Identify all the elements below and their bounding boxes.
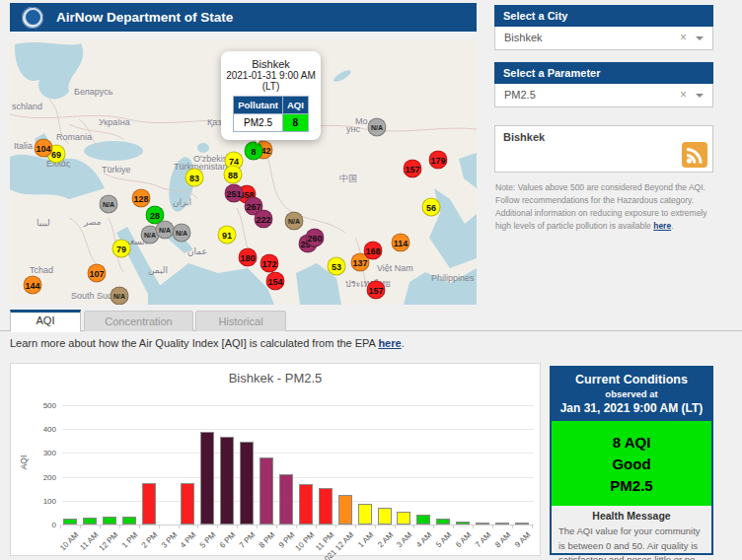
chart-bar[interactable]	[476, 523, 489, 525]
map-marker[interactable]: 180	[239, 248, 258, 267]
map-marker[interactable]: 79	[112, 240, 131, 258]
popup-table: Pollutant AQI PM2.5 8	[233, 96, 309, 132]
learn-more-here-link[interactable]: here	[378, 337, 401, 349]
map-marker[interactable]: N/A	[156, 221, 175, 240]
chart-x-tickmark	[395, 525, 396, 528]
parameter-clear-icon[interactable]: ×	[680, 84, 687, 106]
map-label: Việt Nam	[377, 263, 413, 273]
chart-bar[interactable]	[338, 495, 352, 525]
chart-x-tickmark	[197, 525, 198, 528]
chart-bar[interactable]	[142, 483, 156, 525]
map-marker[interactable]: N/A	[173, 224, 191, 243]
health-message-title: Health Message	[558, 510, 705, 522]
map-marker[interactable]: 172	[260, 254, 279, 273]
map-marker[interactable]: 104	[35, 139, 53, 158]
map-marker[interactable]: 114	[392, 234, 410, 252]
chart-bar[interactable]	[260, 457, 273, 525]
chart-x-tickmark	[100, 525, 101, 528]
map-marker[interactable]: 168	[364, 242, 383, 260]
chart-bar[interactable]	[515, 523, 529, 525]
chart-x-tickmark	[119, 525, 120, 528]
chart-bar[interactable]	[240, 442, 254, 525]
map-marker[interactable]: 83	[186, 169, 204, 187]
rss-icon[interactable]	[682, 142, 707, 168]
map-label: унс	[346, 124, 360, 134]
city-clear-icon[interactable]: ×	[680, 27, 687, 49]
chart-bar[interactable]	[436, 519, 450, 525]
map-marker[interactable]: N/A	[285, 212, 304, 231]
chart-bar[interactable]	[416, 515, 430, 525]
chart-bar[interactable]	[495, 523, 509, 525]
chart-x-tickmark	[60, 525, 61, 528]
map-marker[interactable]: 8	[245, 142, 263, 161]
parameter-dropdown-caret-icon[interactable]	[696, 94, 704, 98]
beyond-aqi-note: Note: Values above 500 are considered Be…	[495, 181, 713, 233]
select-city-box: Select a City Bishkek ×	[494, 5, 713, 50]
map-marker[interactable]: N/A	[111, 287, 129, 306]
map-marker[interactable]: 157	[367, 281, 386, 300]
aqi-map[interactable]: БеларусьschlandУкраїнаRomaniaItaliaΕλλάς…	[10, 40, 477, 305]
map-marker[interactable]: 88	[224, 166, 243, 184]
select-city-header: Select a City	[494, 5, 713, 27]
chart-bar[interactable]	[83, 518, 97, 525]
chart-bar[interactable]	[299, 484, 313, 525]
map-marker[interactable]: 144	[24, 276, 42, 295]
chart-y-tick: 300	[23, 449, 56, 457]
chart-x-tickmark	[532, 525, 533, 528]
map-marker[interactable]: 260	[306, 229, 325, 247]
chart-bar[interactable]	[319, 488, 333, 525]
city-dropdown-caret-icon[interactable]	[696, 36, 704, 40]
popup-pollutant-value: PM2.5	[234, 114, 283, 132]
parameter-select[interactable]: PM2.5 ×	[494, 84, 713, 107]
aqi-bar-chart: Bishkek - PM2.5 AQI 010020030040050010 A…	[10, 363, 541, 556]
chart-bar[interactable]	[200, 432, 214, 525]
chart-x-tickmark	[512, 525, 513, 528]
map-marker[interactable]: 179	[429, 151, 448, 170]
city-select[interactable]: Bishkek ×	[494, 27, 713, 50]
popup-col-aqi: AQI	[282, 97, 308, 114]
aqi-value: 8 AQI	[613, 434, 651, 451]
chart-bar[interactable]	[378, 508, 392, 525]
map-marker[interactable]: N/A	[368, 118, 387, 137]
map-marker[interactable]: 154	[266, 272, 285, 291]
map-marker[interactable]: N/A	[100, 195, 118, 214]
map-label: ايران	[173, 197, 191, 207]
map-marker[interactable]: 107	[88, 264, 107, 283]
map-label: 中国	[339, 173, 357, 185]
note-here-link[interactable]: here	[653, 221, 671, 231]
map-marker[interactable]: 251	[225, 184, 244, 203]
current-conditions-panel: Current Conditions observed at Jan 31, 2…	[550, 366, 713, 555]
chart-gridline	[62, 453, 534, 454]
map-label: schland	[12, 102, 42, 111]
chart-bar[interactable]	[63, 519, 77, 525]
observed-datetime: Jan 31, 2021 9:00 AM (LT)	[554, 401, 709, 415]
map-marker[interactable]: 157	[404, 160, 422, 178]
chart-bar[interactable]	[279, 474, 293, 525]
chart-bar[interactable]	[456, 522, 470, 525]
chart-bar[interactable]	[181, 483, 194, 525]
chart-bar[interactable]	[220, 437, 234, 525]
note-text: Note: Values above 500 are considered Be…	[495, 182, 707, 231]
chart-bar[interactable]	[122, 517, 136, 525]
map-marker[interactable]: 56	[422, 198, 441, 217]
page-title: AirNow Department of State	[56, 10, 233, 25]
learn-more-after: .	[402, 337, 405, 349]
chart-title: Bishkek - PM2.5	[11, 371, 540, 385]
tab-aqi[interactable]: AQI	[10, 310, 81, 332]
chart-bar[interactable]	[397, 512, 410, 525]
chart-bar[interactable]	[103, 517, 116, 525]
chart-x-tickmark	[375, 525, 376, 528]
observed-at-label: observed at	[554, 388, 709, 399]
chart-bar[interactable]	[358, 504, 372, 525]
dos-seal-inner	[24, 8, 42, 27]
aqi-status-block: 8 AQI Good PM2.5	[552, 421, 711, 506]
tab-historical[interactable]: Historical	[195, 311, 286, 331]
map-marker[interactable]: 53	[328, 257, 346, 276]
map-marker[interactable]: 91	[218, 226, 237, 245]
map-marker[interactable]: 128	[132, 189, 151, 208]
chart-x-tickmark	[139, 525, 140, 528]
select-parameter-box: Select a Parameter PM2.5 ×	[494, 62, 713, 107]
map-popup: Bishkek 2021-01-31 9:00 AM (LT) Pollutan…	[221, 51, 321, 140]
tab-concentration[interactable]: Concentration	[84, 311, 193, 331]
map-marker[interactable]: 222	[255, 210, 273, 229]
